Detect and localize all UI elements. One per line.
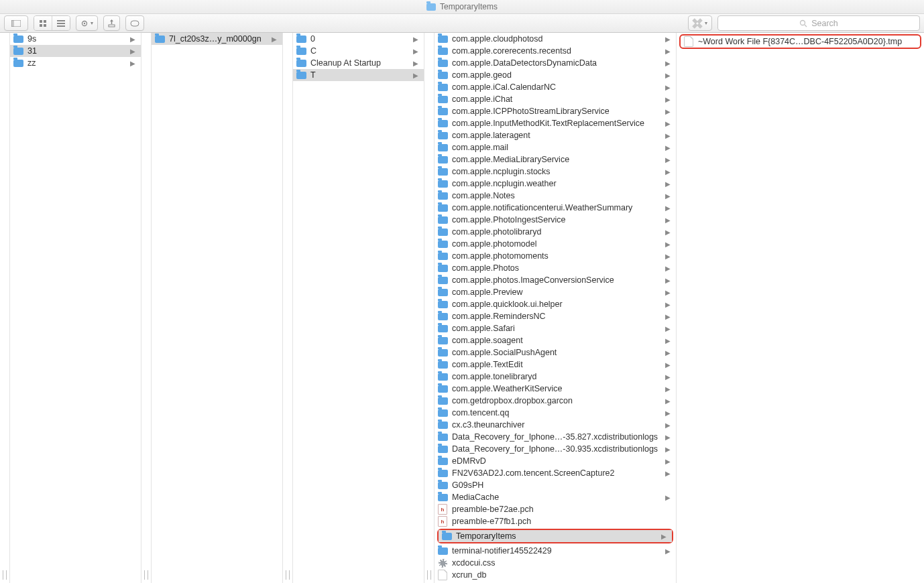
chevron-right-icon: ▶ [413, 72, 420, 79]
item-label: preamble-e77fb1.pch [452, 517, 661, 526]
search-placeholder: Search [811, 19, 838, 28]
list-item[interactable]: MediaCache▶ [435, 491, 676, 503]
list-item[interactable]: Cleanup At Startup▶ [293, 57, 424, 69]
folder-icon [13, 60, 23, 67]
folder-icon [438, 156, 448, 164]
column-1[interactable]: 9s▶31▶zz▶ [10, 33, 141, 583]
list-item[interactable]: com.apple.notificationcenterui.WeatherSu… [435, 202, 676, 214]
list-item[interactable]: com.apple.RemindersNC▶ [435, 310, 676, 322]
list-item[interactable]: eDMRvD▶ [435, 455, 676, 467]
list-item[interactable]: com.getdropbox.dropbox.garcon▶ [435, 395, 676, 407]
file-icon [684, 36, 693, 47]
item-label: com.apple.mail [452, 143, 661, 152]
column-resize-handle[interactable] [141, 33, 152, 583]
list-item[interactable]: com.apple.photomoments▶ [435, 250, 676, 262]
column-resize-handle[interactable] [283, 33, 293, 583]
gear-file-icon [439, 559, 447, 568]
list-item[interactable]: com.apple.TextEdit▶ [435, 359, 676, 371]
list-item[interactable]: xcrun_db [435, 569, 676, 581]
tags-button[interactable] [125, 15, 144, 31]
column-5[interactable]: ~Word Work File F{8374C…DBC-4F52205A0D20… [677, 33, 924, 583]
list-item[interactable]: com.apple.corerecents.recentsd▶ [435, 45, 676, 57]
list-view-button[interactable] [52, 16, 70, 30]
item-label: ~Word Work File F{8374C…DBC-4F52205A0D20… [698, 37, 905, 46]
list-item[interactable]: com.apple.Preview▶ [435, 286, 676, 298]
list-item[interactable]: com.apple.soagent▶ [435, 334, 676, 346]
list-item[interactable]: hpreamble-e77fb1.pch [435, 515, 676, 527]
chevron-right-icon: ▶ [665, 422, 672, 429]
list-item[interactable]: com.apple.Safari▶ [435, 322, 676, 334]
list-item[interactable]: hpreamble-be72ae.pch [435, 503, 676, 515]
chevron-right-icon: ▶ [665, 277, 672, 284]
list-item[interactable]: cx.c3.theunarchiver▶ [435, 419, 676, 431]
list-item[interactable]: C▶ [293, 45, 424, 57]
item-label: eDMRvD [452, 456, 661, 466]
list-item[interactable]: terminal-notifier145522429▶ [435, 545, 676, 557]
share-icon [108, 19, 115, 27]
folder-icon [155, 36, 165, 43]
column-4[interactable]: com.apple.cloudphotosd▶com.apple.corerec… [435, 33, 677, 583]
share-button[interactable] [103, 15, 120, 31]
list-item[interactable]: ~Word Work File F{8374C…DBC-4F52205A0D20… [681, 36, 920, 48]
list-item[interactable]: FN2V63AD2J.com.tencent.ScreenCapture2▶ [435, 467, 676, 479]
chevron-right-icon: ▶ [665, 547, 672, 555]
list-item[interactable]: com.apple.tonelibraryd▶ [435, 371, 676, 383]
folder-icon [438, 204, 448, 212]
view-mode-segment[interactable] [34, 15, 70, 31]
action-menu-button[interactable]: ▾ [76, 15, 98, 31]
list-item[interactable]: com.apple.ICPPhotoStreamLibraryService▶ [435, 105, 676, 117]
list-item[interactable]: com.apple.ncplugin.stocks▶ [435, 166, 676, 178]
list-item[interactable]: 0▶ [293, 33, 424, 45]
list-item[interactable]: Data_Recovery_for_Iphone…-35.827.xcdistr… [435, 431, 676, 443]
list-item[interactable]: 9s▶ [10, 33, 141, 45]
sidebar-toggle-button[interactable] [4, 15, 28, 31]
list-item[interactable]: TemporaryItems▶ [439, 530, 672, 542]
column-resize-handle[interactable] [0, 33, 10, 583]
list-item[interactable]: zz▶ [10, 57, 141, 69]
list-item[interactable]: com.apple.SocialPushAgent▶ [435, 346, 676, 359]
list-item[interactable]: 7l_ct20s3z…y_m0000gn▶ [152, 33, 282, 45]
list-item[interactable]: com.apple.lateragent▶ [435, 129, 676, 141]
list-item[interactable]: com.apple.InputMethodKit.TextReplacement… [435, 117, 676, 129]
icon-view-button[interactable] [34, 16, 52, 30]
item-label: com.apple.MediaLibraryService [452, 155, 661, 164]
folder-icon [438, 289, 448, 296]
item-label: com.apple.lateragent [452, 131, 661, 140]
item-label: zz [27, 58, 126, 68]
list-item[interactable]: com.apple.photos.ImageConversionService▶ [435, 274, 676, 286]
folder-icon [438, 60, 448, 67]
chevron-right-icon: ▶ [665, 156, 672, 164]
column-resize-handle[interactable] [424, 33, 435, 583]
list-item[interactable]: com.apple.cloudphotosd▶ [435, 33, 676, 45]
list-item[interactable]: T▶ [293, 69, 424, 81]
column-2[interactable]: 7l_ct20s3z…y_m0000gn▶ [152, 33, 283, 583]
list-item[interactable]: com.apple.ncplugin.weather▶ [435, 178, 676, 190]
svg-line-14 [805, 25, 807, 27]
list-item[interactable]: com.apple.quicklook.ui.helper▶ [435, 298, 676, 310]
item-label: com.apple.corerecents.recentsd [452, 46, 661, 56]
folder-icon [438, 373, 448, 381]
list-item[interactable]: com.apple.MediaLibraryService▶ [435, 153, 676, 166]
list-item[interactable]: com.apple.DataDetectorsDynamicData▶ [435, 57, 676, 69]
list-item[interactable]: com.apple.iCal.CalendarNC▶ [435, 81, 676, 93]
dropbox-button[interactable]: ▾ [688, 15, 712, 31]
list-item[interactable]: 31▶ [10, 45, 141, 57]
list-item[interactable]: com.apple.geod▶ [435, 69, 676, 81]
list-item[interactable]: Data_Recovery_for_Iphone…-30.935.xcdistr… [435, 443, 676, 455]
folder-icon [438, 36, 448, 43]
list-item[interactable]: com.apple.iChat▶ [435, 93, 676, 105]
list-item[interactable]: com.apple.Notes▶ [435, 190, 676, 202]
search-input[interactable]: Search [717, 15, 920, 31]
list-item[interactable]: com.apple.Photos▶ [435, 262, 676, 274]
list-item[interactable]: com.apple.mail▶ [435, 141, 676, 153]
annotation-highlight: TemporaryItems▶ [437, 529, 673, 543]
list-item[interactable]: G09sPH [435, 479, 676, 491]
column-3[interactable]: 0▶C▶Cleanup At Startup▶T▶ [293, 33, 424, 583]
list-item[interactable]: com.apple.photomodel▶ [435, 238, 676, 250]
list-item[interactable]: com.apple.photolibraryd▶ [435, 226, 676, 238]
list-item[interactable]: xcdocui.css [435, 557, 676, 569]
list-item[interactable]: com.apple.WeatherKitService▶ [435, 383, 676, 395]
list-item[interactable]: com.apple.PhotoIngestService▶ [435, 214, 676, 226]
item-label: com.apple.photomoments [452, 251, 661, 261]
list-item[interactable]: com.tencent.qq▶ [435, 407, 676, 419]
